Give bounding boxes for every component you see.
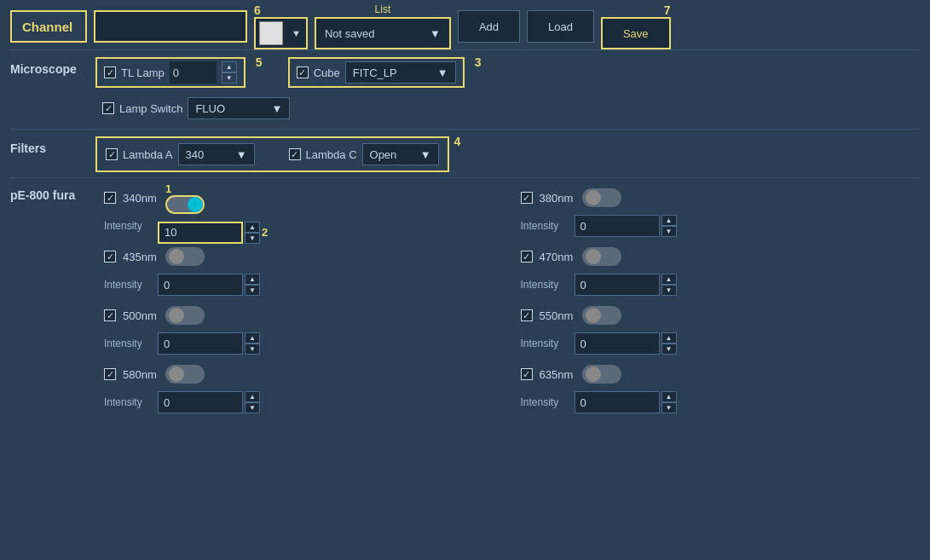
lambda-a-checkbox[interactable] xyxy=(106,148,118,160)
pe800-label: pE-800 fura xyxy=(10,185,95,202)
ch-470-intensity-input[interactable] xyxy=(575,274,660,296)
ch-550-intensity-input[interactable] xyxy=(575,332,660,355)
cube-dropdown[interactable]: FITC_LP ▼ xyxy=(345,61,456,84)
ch-470-spin-down[interactable]: ▼ xyxy=(661,285,677,296)
lamp-switch-row: Lamp Switch FLUO ▼ xyxy=(95,93,920,124)
ch-635-intensity-spinner[interactable]: ▲ ▼ xyxy=(661,391,677,413)
ch-500-spin-up[interactable]: ▲ xyxy=(245,332,260,344)
ch-580-intensity-input[interactable] xyxy=(158,391,243,413)
pe-channel-580: 580nm Intensity ▲ ▼ xyxy=(104,361,504,419)
ch-580-nm: 580nm xyxy=(123,368,159,381)
lamp-switch-group: Lamp Switch FLUO ▼ xyxy=(95,93,297,124)
ch-500-intensity-input[interactable] xyxy=(158,332,243,355)
label-5: 5 xyxy=(256,55,263,69)
ch-550-knob xyxy=(586,308,601,323)
lambda-a-dropdown[interactable]: 340 ▼ xyxy=(178,143,255,165)
lambda-c-checkbox[interactable] xyxy=(289,148,301,160)
color-dropdown[interactable]: ▼ xyxy=(254,17,308,49)
ch-580-intensity-spinner[interactable]: ▲ ▼ xyxy=(245,391,260,413)
label-6: 6 xyxy=(254,3,261,17)
channel-input[interactable] xyxy=(94,10,247,43)
ch-470-intensity-spinner[interactable]: ▲ ▼ xyxy=(661,274,677,296)
lamp-switch-label: Lamp Switch xyxy=(119,102,182,115)
filters-section: Filters Lambda A 340 ▼ Lambda C Open xyxy=(10,129,920,172)
cube-value: FITC_LP xyxy=(353,66,397,79)
ch-470-toggle[interactable] xyxy=(582,247,621,266)
ch-340-spin-down[interactable]: ▼ xyxy=(245,233,260,244)
ch-550-spin-up[interactable]: ▲ xyxy=(661,332,677,344)
pe-channel-550: 550nm Intensity ▲ ▼ xyxy=(521,303,921,360)
ch-635-spin-up[interactable]: ▲ xyxy=(661,391,677,402)
ch-380-toggle[interactable] xyxy=(582,188,621,207)
lamp-switch-checkbox[interactable] xyxy=(102,102,114,114)
tl-lamp-spin-up[interactable]: ▲ xyxy=(222,61,237,72)
cube-group: Cube FITC_LP ▼ xyxy=(288,57,465,88)
ch-435-toggle[interactable] xyxy=(165,247,205,266)
save-button[interactable]: Save xyxy=(601,17,671,49)
ch-435-spin-down[interactable]: ▼ xyxy=(245,285,260,296)
ch-580-checkbox[interactable] xyxy=(104,368,116,380)
tl-lamp-spinner[interactable]: ▲ ▼ xyxy=(222,61,237,84)
ch-380-intensity-input[interactable] xyxy=(575,215,660,237)
ch-550-intensity-spinner[interactable]: ▲ ▼ xyxy=(661,332,677,355)
ch-550-toggle[interactable] xyxy=(582,306,621,325)
ch-635-checkbox[interactable] xyxy=(521,368,533,380)
ch-550-checkbox[interactable] xyxy=(521,309,533,321)
microscope-section: Microscope TL Lamp ▲ ▼ 5 xyxy=(10,49,920,124)
ch-635-intensity-input[interactable] xyxy=(575,391,660,413)
ch-580-knob xyxy=(169,367,184,382)
ch-340-intensity-input[interactable] xyxy=(158,222,243,244)
ch-580-toggle[interactable] xyxy=(165,365,205,384)
tl-lamp-group: TL Lamp ▲ ▼ xyxy=(95,57,245,88)
cube-checkbox[interactable] xyxy=(297,66,309,78)
ch-380-knob xyxy=(586,190,601,205)
ch-500-toggle[interactable] xyxy=(165,306,205,325)
ch-500-intensity-spinner[interactable]: ▲ ▼ xyxy=(245,332,260,355)
tl-lamp-spin-down[interactable]: ▼ xyxy=(222,72,237,84)
ch-380-checkbox[interactable] xyxy=(521,192,533,204)
ch-435-nm: 435nm xyxy=(123,251,159,263)
saved-dropdown-arrow: ▼ xyxy=(430,27,441,40)
ch-635-intensity-label: Intensity xyxy=(521,396,568,408)
ch-580-spin-up[interactable]: ▲ xyxy=(245,391,260,402)
lambda-c-dropdown[interactable]: Open ▼ xyxy=(362,143,439,165)
ch-380-intensity-spinner[interactable]: ▲ ▼ xyxy=(661,215,677,237)
ch-380-spin-down[interactable]: ▼ xyxy=(661,226,677,237)
filters-label: Filters xyxy=(10,136,95,155)
ch-435-checkbox[interactable] xyxy=(104,251,116,263)
ch-340-intensity-spinner[interactable]: ▲ ▼ xyxy=(245,222,260,244)
ch-500-checkbox[interactable] xyxy=(104,309,116,321)
ch-470-spin-up[interactable]: ▲ xyxy=(661,274,677,285)
ch-435-spin-up[interactable]: ▲ xyxy=(245,274,260,285)
tl-lamp-checkbox[interactable] xyxy=(104,66,116,78)
ch-340-spin-up[interactable]: ▲ xyxy=(245,222,260,233)
lambda-c-value: Open xyxy=(370,148,397,161)
ch-635-toggle[interactable] xyxy=(582,365,621,384)
ch-500-spin-down[interactable]: ▼ xyxy=(245,344,260,355)
ch-635-spin-down[interactable]: ▼ xyxy=(661,402,677,413)
not-saved-text: Not saved xyxy=(325,27,375,40)
ch-550-nm: 550nm xyxy=(540,309,575,322)
add-button[interactable]: Add xyxy=(458,10,520,43)
ch-470-checkbox[interactable] xyxy=(521,251,533,263)
ch-340-checkbox[interactable] xyxy=(104,192,116,204)
ch-340-toggle[interactable] xyxy=(165,195,205,214)
ch-340-intensity-label: Intensity xyxy=(104,220,151,232)
lambda-c-field: Lambda C Open ▼ xyxy=(289,143,439,165)
ch-435-intensity-spinner[interactable]: ▲ ▼ xyxy=(245,274,260,296)
ch-580-spin-down[interactable]: ▼ xyxy=(245,402,260,413)
tl-lamp-input[interactable] xyxy=(170,61,217,84)
ch-635-knob xyxy=(586,367,601,382)
ch-435-intensity-input[interactable] xyxy=(158,274,243,296)
saved-dropdown[interactable]: Not saved ▼ xyxy=(315,17,451,49)
load-button[interactable]: Load xyxy=(527,10,594,43)
ch-635-nm: 635nm xyxy=(540,368,575,381)
lamp-switch-dropdown[interactable]: FLUO ▼ xyxy=(188,97,290,119)
pe-channel-500: 500nm Intensity ▲ ▼ xyxy=(104,303,504,360)
ch-470-intensity-label: Intensity xyxy=(521,279,568,291)
list-label: List xyxy=(315,3,451,15)
ch-380-spin-up[interactable]: ▲ xyxy=(661,215,677,226)
pe-channel-635: 635nm Intensity ▲ ▼ xyxy=(521,361,921,419)
ch-550-spin-down[interactable]: ▼ xyxy=(661,344,677,355)
label-3: 3 xyxy=(475,55,482,69)
